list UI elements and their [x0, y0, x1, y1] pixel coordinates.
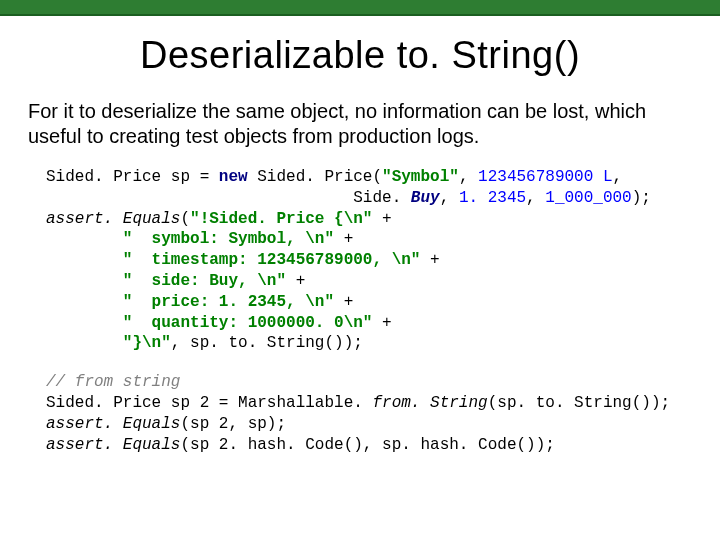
slide-content: Deserializable to. String() For it to de… — [0, 34, 720, 455]
string-literal: "Symbol" — [382, 168, 459, 186]
enum-literal: Buy — [411, 189, 440, 207]
code-text: Sided. Price sp = — [46, 168, 219, 186]
code-block-2: // from string Sided. Price sp 2 = Marsh… — [46, 372, 692, 455]
slide-title: Deserializable to. String() — [28, 34, 692, 77]
code-text: ( — [180, 210, 190, 228]
code-text: + — [286, 272, 305, 290]
string-literal: " price: 1. 2345, \n" — [46, 293, 334, 311]
code-block-1: Sided. Price sp = new Sided. Price("Symb… — [46, 167, 692, 354]
code-text: , — [613, 168, 623, 186]
code-text: + — [372, 314, 391, 332]
code-text: , — [459, 168, 478, 186]
code-text: (sp 2, sp); — [180, 415, 286, 433]
number-literal: 1_000_000 — [545, 189, 631, 207]
code-text: + — [334, 230, 353, 248]
slide-accent-bar — [0, 0, 720, 16]
code-text: , — [440, 189, 459, 207]
method-call: from. String — [372, 394, 487, 412]
string-literal: " quantity: 1000000. 0\n" — [46, 314, 372, 332]
slide-paragraph: For it to deserialize the same object, n… — [28, 99, 692, 149]
code-text: + — [372, 210, 391, 228]
code-text: Side. — [46, 189, 411, 207]
code-text: (sp 2. hash. Code(), sp. hash. Code()); — [180, 436, 554, 454]
code-text: + — [420, 251, 439, 269]
string-literal: "!Sided. Price {\n" — [190, 210, 372, 228]
string-literal: " symbol: Symbol, \n" — [46, 230, 334, 248]
string-literal: "}\n" — [46, 334, 171, 352]
code-text: Sided. Price( — [257, 168, 382, 186]
number-literal: 1. 2345 — [459, 189, 526, 207]
code-text: , — [526, 189, 545, 207]
keyword-new: new — [219, 168, 257, 186]
comment: // from string — [46, 373, 180, 391]
method-call: assert. Equals — [46, 415, 180, 433]
method-call: assert. Equals — [46, 436, 180, 454]
string-literal: " side: Buy, \n" — [46, 272, 286, 290]
method-call: assert. Equals — [46, 210, 180, 228]
code-text: Sided. Price sp 2 = Marshallable. — [46, 394, 372, 412]
number-literal: 123456789000 L — [478, 168, 612, 186]
string-literal: " timestamp: 123456789000, \n" — [46, 251, 420, 269]
code-text: + — [334, 293, 353, 311]
code-text: ); — [632, 189, 651, 207]
code-text: (sp. to. String()); — [488, 394, 670, 412]
code-text: , sp. to. String()); — [171, 334, 363, 352]
